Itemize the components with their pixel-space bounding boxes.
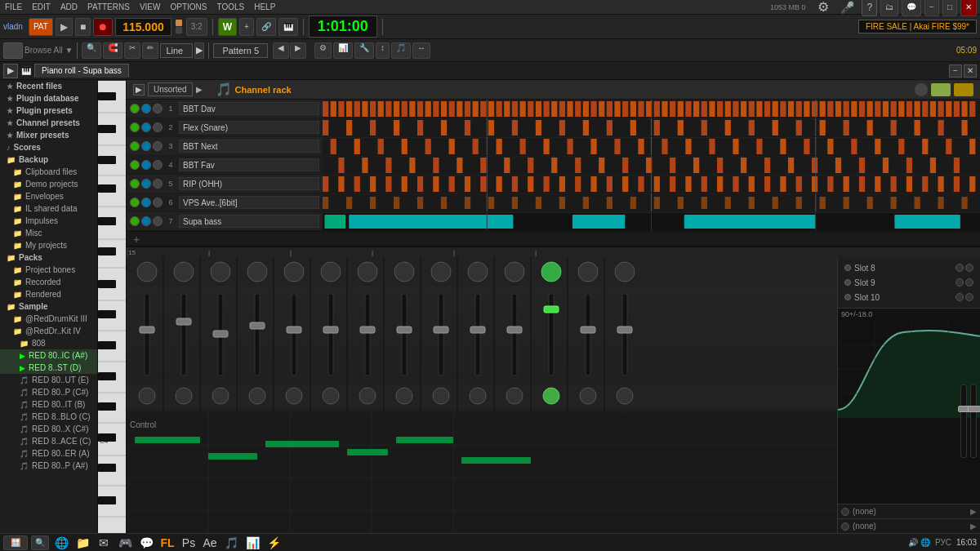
taskbar-ae[interactable]: Ae: [201, 534, 219, 552]
pr-close[interactable]: ✕: [964, 64, 977, 78]
record-button[interactable]: ⏺: [93, 18, 113, 36]
ch3-green-btn[interactable]: [130, 141, 140, 151]
master-fader-r[interactable]: [970, 384, 977, 458]
ch4-beats[interactable]: [323, 156, 980, 174]
ch5-green-btn[interactable]: [130, 179, 140, 189]
ch1-blue-btn[interactable]: [141, 104, 151, 113]
ch3-blue-btn[interactable]: [141, 141, 151, 151]
pattern-next[interactable]: ▶: [290, 42, 306, 59]
ch1-extra-btn[interactable]: [153, 104, 163, 113]
ch5-name[interactable]: RIP (OHH): [179, 177, 319, 190]
pattern-prev[interactable]: ◀: [273, 42, 289, 59]
plus-button[interactable]: +: [239, 18, 254, 36]
taskbar-search[interactable]: 🔍: [31, 535, 49, 550]
ch7-blue-btn[interactable]: [141, 216, 151, 226]
slot-9-item[interactable]: Slot 9: [841, 275, 977, 290]
slot8-btn2[interactable]: [965, 264, 973, 272]
play-button[interactable]: ▶: [56, 18, 73, 36]
sidebar-item-red80p2[interactable]: 🎵RED 80..P (A#): [0, 460, 97, 472]
slot8-btn1[interactable]: [956, 264, 964, 272]
taskbar-steam[interactable]: 🎮: [116, 534, 134, 552]
piano-roll-tab[interactable]: Piano roll - Supa bass: [34, 64, 129, 78]
sidebar-item-backup[interactable]: 📁Backup: [0, 153, 97, 166]
sidebar-item-red80ut[interactable]: 🎵RED 80..UT (E): [0, 374, 97, 386]
menu-patterns[interactable]: PATTERNS: [82, 2, 135, 11]
menu-tools[interactable]: TOOLS: [212, 2, 249, 11]
pattern-selector[interactable]: Pattern 5: [213, 43, 268, 58]
menu-file[interactable]: FILE: [0, 2, 27, 11]
ch7-green-btn[interactable]: [130, 216, 140, 226]
sidebar-item-recent-files[interactable]: ★Recent files: [0, 80, 97, 92]
unsorted-label[interactable]: Unsorted: [148, 82, 193, 96]
tool1[interactable]: ⚙: [314, 42, 332, 59]
ch5-beats[interactable]: [323, 175, 980, 193]
sidebar-item-red80p[interactable]: 🎵RED 80..P (C#): [0, 386, 97, 398]
help-icon[interactable]: ?: [862, 0, 877, 16]
sidebar-item-envelopes[interactable]: 📁Envelopes: [0, 190, 97, 202]
slot-8-item[interactable]: Slot 8: [841, 260, 977, 275]
ch4-extra-btn[interactable]: [153, 160, 163, 170]
sidebar-item-red80it[interactable]: 🎵RED 80..IT (B): [0, 398, 97, 411]
cr-bars2[interactable]: [954, 83, 973, 96]
cr-arrow[interactable]: ▶: [133, 84, 145, 96]
ch2-extra-btn[interactable]: [153, 122, 163, 132]
taskbar-app1[interactable]: 🎵: [222, 534, 240, 552]
tool2[interactable]: 📊: [333, 42, 353, 59]
sidebar-item-red8ace[interactable]: 🎵RED 8..ACE (C): [0, 435, 97, 447]
select-icon[interactable]: ✂: [124, 42, 140, 59]
ch4-blue-btn[interactable]: [141, 160, 151, 170]
none-selector-2[interactable]: (none) ▶: [838, 518, 980, 533]
slot9-btn1[interactable]: [956, 278, 964, 287]
ch7-name[interactable]: Supa bass: [179, 215, 319, 228]
piano-button[interactable]: 🎹: [278, 18, 298, 36]
sidebar-item-impulses[interactable]: 📁Impulses: [0, 215, 97, 227]
sidebar-item-recorded[interactable]: 📁Recorded: [0, 276, 97, 288]
stop-button[interactable]: ■: [75, 18, 91, 36]
sidebar-item-clipboard-files[interactable]: 📁Clipboard files: [0, 166, 97, 178]
ch7-extra-btn[interactable]: [153, 216, 163, 226]
chat-icon[interactable]: 💬: [902, 0, 921, 16]
taskbar-start[interactable]: 🪟: [3, 535, 28, 550]
browse-toggle[interactable]: [3, 42, 23, 59]
sidebar-item-packs[interactable]: 📁Packs: [0, 251, 97, 264]
menu-help[interactable]: HELP: [249, 2, 280, 11]
sidebar-item-red80x[interactable]: 🎵RED 80..X (C#): [0, 423, 97, 435]
fire-sale-banner[interactable]: FIRE SALE | Akai FIRE $99*: [858, 20, 977, 33]
ch2-green-btn[interactable]: [130, 122, 140, 132]
maximize-icon[interactable]: □: [942, 0, 957, 16]
taskbar-discord[interactable]: 💬: [137, 534, 155, 552]
taskbar-folder[interactable]: 📁: [74, 534, 91, 552]
slot-10-item[interactable]: Slot 10: [841, 290, 977, 304]
cr-arrow2[interactable]: ▶: [196, 85, 203, 94]
cr-vol-knob[interactable]: [915, 83, 928, 96]
slot10-btn1[interactable]: [956, 293, 964, 301]
zoom-in[interactable]: 🔍: [82, 42, 101, 59]
slot10-btn2[interactable]: [965, 293, 973, 301]
ch6-extra-btn[interactable]: [153, 198, 163, 207]
magnet-icon[interactable]: 🧲: [103, 42, 122, 59]
ch3-extra-btn[interactable]: [153, 141, 163, 151]
link-button[interactable]: 🔗: [256, 18, 276, 36]
ch1-green-btn[interactable]: [130, 104, 140, 113]
ch1-name[interactable]: BBT Dav: [179, 102, 319, 115]
ch5-blue-btn[interactable]: [141, 179, 151, 189]
ch6-blue-btn[interactable]: [141, 198, 151, 207]
pr-min[interactable]: −: [949, 64, 962, 78]
sidebar-item-plugin-presets[interactable]: ★Plugin presets: [0, 104, 97, 117]
sidebar-item-misc[interactable]: 📁Misc: [0, 227, 97, 239]
tool5[interactable]: 🎵: [391, 42, 411, 59]
sidebar-item-rendered[interactable]: 📁Rendered: [0, 288, 97, 300]
line-selector[interactable]: Line: [160, 43, 193, 58]
taskbar-fl[interactable]: FL: [158, 534, 176, 552]
sidebar-item-red8blo[interactable]: 🎵RED 8..BLO (C): [0, 411, 97, 423]
menu-add[interactable]: ADD: [56, 2, 82, 11]
w-button[interactable]: W: [218, 18, 237, 36]
taskbar-chrome[interactable]: 🌐: [52, 534, 70, 552]
taskbar-photoshop[interactable]: Ps: [180, 534, 198, 552]
taskbar-mail[interactable]: ✉: [95, 534, 113, 552]
pr-collapse[interactable]: ▶: [3, 64, 18, 78]
ch3-name[interactable]: BBT Next: [179, 140, 319, 153]
ch6-name[interactable]: VPS Ave..[6bit]: [179, 196, 319, 209]
ch2-name[interactable]: Flex (Snare): [179, 121, 319, 134]
menu-edit[interactable]: EDIT: [27, 2, 56, 11]
